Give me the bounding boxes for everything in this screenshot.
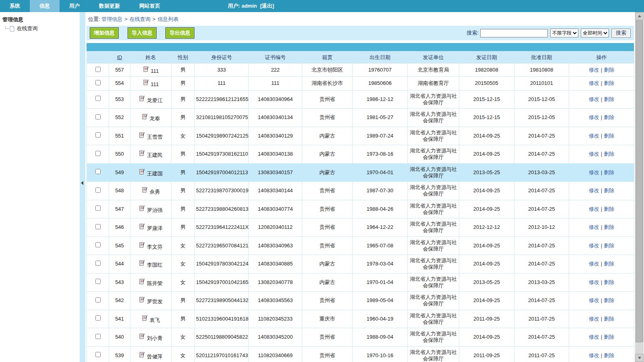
cell-cert-no: 140830340138 — [249, 145, 302, 164]
edit-note-icon[interactable] — [139, 205, 145, 213]
column-header-ID[interactable]: ID — [109, 51, 130, 64]
row-checkbox[interactable] — [95, 80, 101, 85]
breadcrumb-link[interactable]: 在线查询 — [130, 16, 151, 22]
edit-link[interactable]: 修改 — [589, 279, 599, 285]
edit-note-icon[interactable] — [142, 315, 148, 323]
edit-note-icon[interactable] — [139, 95, 145, 103]
delete-link[interactable]: 删除 — [604, 114, 614, 120]
edit-note-icon[interactable] — [139, 278, 145, 286]
edit-note-icon[interactable] — [142, 113, 148, 121]
edit-note-icon[interactable] — [139, 223, 145, 231]
row-checkbox[interactable] — [95, 242, 101, 247]
edit-link[interactable]: 修改 — [589, 297, 599, 303]
breadcrumb-link[interactable]: 信息列表 — [157, 16, 178, 22]
column-header-操作: 操作 — [569, 51, 634, 64]
delete-link[interactable]: 删除 — [604, 279, 614, 285]
cell-operations: 修改|删除 — [569, 237, 634, 255]
row-checkbox[interactable] — [95, 279, 101, 284]
edit-link[interactable]: 修改 — [589, 334, 599, 340]
edit-link[interactable]: 修改 — [589, 352, 599, 358]
breadcrumb-link[interactable]: 管理信息 — [101, 16, 122, 22]
delete-link[interactable]: 删除 — [604, 352, 614, 358]
nav-tab-用户[interactable]: 用户 — [60, 0, 89, 12]
nav-tab-信息[interactable]: 信息 — [30, 0, 60, 12]
edit-note-icon[interactable] — [143, 66, 149, 74]
search-input[interactable] — [480, 29, 548, 37]
scroll-up-button[interactable] — [635, 12, 644, 20]
row-checkbox[interactable] — [95, 151, 101, 156]
edit-link[interactable]: 修改 — [589, 96, 599, 102]
delete-link[interactable]: 删除 — [604, 169, 614, 175]
edit-note-icon[interactable] — [139, 150, 145, 158]
sidebar-splitter[interactable] — [80, 12, 85, 362]
sidebar-item-online-query[interactable]: └╌ 在线查询 — [0, 24, 80, 32]
edit-link[interactable]: 修改 — [589, 169, 599, 175]
row-checkbox[interactable] — [95, 206, 101, 211]
edit-link[interactable]: 修改 — [589, 114, 599, 120]
delete-link[interactable]: 删除 — [604, 187, 614, 193]
edit-note-icon[interactable] — [139, 296, 145, 304]
row-checkbox[interactable] — [95, 352, 101, 357]
delete-link[interactable]: 删除 — [604, 133, 614, 139]
nav-tab-网站首页[interactable]: 网站首页 — [130, 0, 170, 12]
edit-link[interactable]: 修改 — [589, 187, 599, 193]
edit-link[interactable]: 修改 — [589, 151, 599, 157]
delete-link[interactable]: 删除 — [604, 206, 614, 212]
nav-tab-系统[interactable]: 系统 — [0, 0, 30, 12]
edit-link[interactable]: 修改 — [589, 80, 599, 86]
logout-link[interactable]: [退出] — [260, 2, 274, 10]
delete-link[interactable]: 删除 — [604, 151, 614, 157]
edit-note-icon[interactable] — [139, 333, 145, 341]
toolbar-button-导入信息[interactable]: 导入信息 — [128, 27, 157, 39]
edit-note-icon[interactable] — [139, 169, 145, 177]
delete-link[interactable]: 删除 — [604, 261, 614, 267]
edit-note-icon[interactable] — [139, 260, 145, 268]
cell-origin: 内蒙古 — [302, 255, 353, 274]
field-select[interactable]: 不限字段 — [550, 29, 578, 37]
row-checkbox[interactable] — [95, 261, 101, 266]
nav-tab-数据更新[interactable]: 数据更新 — [89, 0, 130, 12]
delete-link[interactable]: 删除 — [604, 243, 614, 249]
edit-note-icon[interactable] — [139, 352, 145, 360]
edit-link[interactable]: 修改 — [589, 67, 599, 73]
cell-birth-date: 1960-04-19 — [353, 310, 408, 328]
edit-note-icon[interactable] — [143, 79, 149, 87]
delete-link[interactable]: 删除 — [604, 224, 614, 230]
delete-link[interactable]: 删除 — [604, 316, 614, 322]
delete-link[interactable]: 删除 — [604, 67, 614, 73]
search-button[interactable]: 搜索 — [611, 29, 631, 38]
vertical-scrollbar[interactable] — [635, 12, 644, 362]
toolbar-button-增加信息[interactable]: 增加信息 — [90, 27, 119, 39]
edit-note-icon[interactable] — [142, 187, 148, 195]
scroll-down-button[interactable] — [635, 354, 644, 362]
edit-note-icon[interactable] — [139, 242, 145, 250]
collapse-arrow-icon[interactable] — [81, 181, 83, 185]
edit-link[interactable]: 修改 — [589, 316, 599, 322]
row-checkbox[interactable] — [95, 132, 101, 138]
edit-link[interactable]: 修改 — [589, 243, 599, 249]
row-checkbox[interactable] — [95, 315, 101, 321]
toolbar-button-导出信息[interactable]: 导出信息 — [165, 27, 194, 39]
delete-link[interactable]: 删除 — [604, 96, 614, 102]
delete-link[interactable]: 删除 — [604, 80, 614, 86]
edit-link[interactable]: 修改 — [589, 206, 599, 212]
row-checkbox[interactable] — [95, 169, 101, 174]
row-checkbox[interactable] — [95, 224, 101, 229]
row-checkbox[interactable] — [95, 67, 101, 72]
row-checkbox[interactable] — [95, 96, 101, 101]
row-checkbox[interactable] — [95, 114, 101, 119]
row-checkbox[interactable] — [95, 297, 101, 302]
cell-name: 李文芬 — [130, 237, 171, 255]
time-select[interactable]: 全部时间 — [581, 29, 609, 37]
edit-link[interactable]: 修改 — [589, 261, 599, 267]
scrollbar-thumb[interactable] — [636, 21, 643, 342]
row-checkbox[interactable] — [95, 334, 101, 339]
row-checkbox[interactable] — [95, 187, 101, 193]
cell-birth-date: 1989-05-04 — [353, 292, 408, 310]
edit-note-icon[interactable] — [139, 132, 145, 140]
delete-link[interactable]: 删除 — [604, 297, 614, 303]
table-row: 539曾健萍女520112197010161743110820340669贵州省… — [87, 346, 634, 362]
delete-link[interactable]: 删除 — [604, 334, 614, 340]
edit-link[interactable]: 修改 — [589, 133, 599, 139]
edit-link[interactable]: 修改 — [589, 224, 599, 230]
